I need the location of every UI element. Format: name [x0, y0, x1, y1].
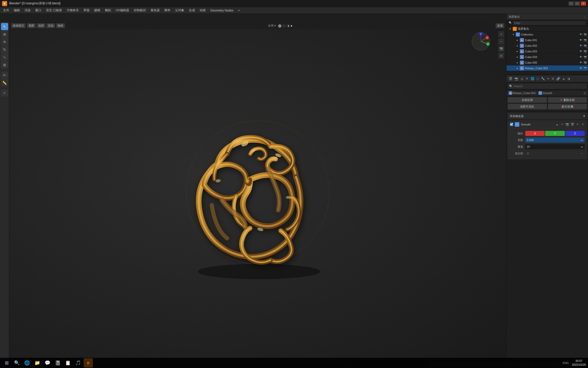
taskbar-app5[interactable]: 📋	[63, 358, 72, 367]
modifier-close-icon[interactable]: ✕	[581, 122, 585, 126]
taskbar-app6[interactable]: 🎵	[74, 358, 83, 367]
menu-object[interactable]: 方物有关	[65, 8, 81, 13]
factor-value[interactable]: 0.680 ◂▸	[525, 137, 585, 143]
taskbar-onenote[interactable]: 📓	[53, 358, 62, 367]
outliner-options[interactable]: ⋮	[583, 15, 586, 18]
menu-sculpt[interactable]: 雕刻	[103, 8, 113, 13]
outliner-cube005[interactable]: ▸ ▲ Cube.005 👁 📷	[507, 60, 588, 65]
annotate-tool[interactable]: ✏	[1, 72, 8, 79]
menu-interface[interactable]: 界面	[81, 8, 92, 13]
prop-icon-data[interactable]: ▲	[562, 77, 565, 80]
viewport-zoom-out[interactable]: −	[498, 38, 504, 44]
viewport-add-menu[interactable]: 添加	[46, 23, 55, 28]
taskbar-wechat[interactable]: 💬	[43, 358, 52, 367]
menu-render[interactable]: 渲染	[22, 8, 33, 13]
outliner-cube002[interactable]: ▸ ▲ Cube.002 👁 📷	[507, 43, 588, 49]
menu-modeling[interactable]: 建模	[92, 8, 102, 13]
viewport-icon-points[interactable]: ⬤	[278, 24, 282, 28]
viewport-mode-dropdown[interactable]: 体体模式	[11, 23, 26, 28]
menu-composite[interactable]: 合成	[187, 8, 197, 13]
menu-control[interactable]: 控制板控	[132, 8, 148, 13]
prop-search-input[interactable]	[514, 85, 585, 88]
close-button[interactable]: ✕	[581, 2, 586, 6]
cube005-render-icon[interactable]: 📷	[583, 61, 587, 64]
modifier-enabled-checkbox[interactable]	[510, 123, 513, 126]
viewport-view-menu[interactable]: 视图	[27, 23, 36, 28]
cube002-eye-icon[interactable]: 👁	[579, 44, 583, 48]
cube004-render-icon[interactable]: 📷	[583, 55, 587, 59]
show-visibility-button[interactable]: 花匣可见性	[508, 104, 547, 109]
taskbar-start-button[interactable]: ⊞	[2, 358, 11, 367]
prop-icon-physics[interactable]: ⚙	[552, 77, 554, 80]
prop-icon-modifier[interactable]: 🔧	[541, 77, 545, 80]
outliner-cube001[interactable]: ▸ ▲ Cube.001 👁 📷	[507, 37, 588, 43]
outliner-cube003[interactable]: ▸ ▲ Cube.003 👁 📷	[507, 49, 588, 54]
prop-icon-particles[interactable]: ✦	[547, 77, 549, 80]
cube001-eye-icon[interactable]: 👁	[579, 38, 583, 42]
show-render-button[interactable]: 显示/折叠	[548, 104, 587, 109]
menu-edit[interactable]: 编辑	[12, 8, 22, 13]
viewport-3d[interactable]: 体体模式 视图 选择 添加 物体 全局 ▾ ⬤ ◻ ◑ ● 选项	[9, 22, 506, 361]
repeat-value[interactable]: 20 ◂▸	[525, 144, 585, 149]
navigation-gizmo[interactable]: X Y Z	[471, 31, 491, 52]
prop-icon-render[interactable]: 📷	[514, 77, 518, 80]
prop-icon-scene[interactable]: 🎬	[509, 77, 512, 80]
menu-geometry-nodes[interactable]: Geometry Nodes	[208, 8, 236, 13]
menu-parent[interactable]: 父对象	[173, 8, 186, 13]
outliner-collection[interactable]: ▾ C Collection 👁 📷	[507, 32, 588, 37]
smooth-modifier-header[interactable]: ~ Smooth ▲ ✏ 📷 🎬 ▾ ✕	[508, 121, 587, 128]
prop-icon-constraints[interactable]: 🔗	[556, 77, 560, 80]
menu-language[interactable]: 语言 口输形	[44, 8, 64, 13]
modifier-dropdown-icon[interactable]: ▾	[575, 122, 580, 126]
axis-x-button[interactable]: X	[525, 131, 545, 136]
viewport-select-menu[interactable]: 选择	[37, 23, 45, 28]
viewport-object-menu[interactable]: 物体	[56, 23, 65, 28]
menu-animation[interactable]: 动画	[198, 8, 208, 13]
retopo-eye-icon[interactable]: 👁	[579, 66, 583, 70]
viewport-icon-material[interactable]: ◑	[287, 24, 289, 28]
menu-uv[interactable]: UV编辑器	[114, 8, 131, 13]
outliner-retopo-cube003[interactable]: ▸ ▲ Retopo_Cube.003 👁 📷	[507, 65, 588, 71]
viewport-icon-rendered[interactable]: ●	[290, 24, 292, 28]
minimize-button[interactable]: ─	[569, 2, 574, 6]
select-tool[interactable]: ↖	[1, 23, 8, 30]
viewport-zoom-in[interactable]: +	[498, 31, 504, 37]
taskbar-blender[interactable]: B	[84, 358, 93, 367]
outliner-cube004[interactable]: ▸ ▲ Cube.004 👁 📷	[507, 54, 588, 60]
cube003-eye-icon[interactable]: 👁	[579, 50, 583, 53]
axis-y-button[interactable]: Y	[545, 131, 565, 136]
taskbar-search[interactable]: 🔍	[12, 358, 21, 367]
eye-icon[interactable]: 👁	[579, 33, 583, 36]
prop-icon-view[interactable]: 👁	[525, 77, 529, 80]
cube001-render-icon[interactable]: 📷	[583, 38, 587, 42]
viewport-options[interactable]: 选项	[496, 23, 504, 28]
render-icon[interactable]: 📷	[583, 33, 587, 36]
scale-tool[interactable]: ⤡	[1, 54, 8, 61]
retopo-render-icon[interactable]: 📷	[583, 66, 587, 70]
outliner-scene-root[interactable]: ▾ S 场景集合	[507, 26, 588, 32]
menu-window[interactable]: 窗口	[33, 8, 43, 13]
cube003-render-icon[interactable]: 📷	[583, 50, 587, 53]
prop-path-obj[interactable]: ▲ Retopo_Cube.003	[509, 91, 535, 95]
transform-tool[interactable]: ⊞	[1, 61, 8, 68]
cube004-eye-icon[interactable]: 👁	[579, 55, 583, 59]
menu-add[interactable]: +	[236, 8, 242, 13]
taskbar-edge[interactable]: 🌐	[22, 358, 32, 367]
prop-icon-material[interactable]: ◑	[567, 77, 570, 80]
vertex-group-arrow[interactable]: →	[580, 152, 583, 155]
outliner-filter-input[interactable]	[513, 21, 586, 25]
vertex-group-value[interactable]: ⊞ →	[525, 151, 585, 156]
cursor-tool[interactable]: ⊕	[1, 31, 8, 38]
prop-path-expand[interactable]: ⊡	[584, 91, 586, 95]
prop-icon-world[interactable]: 🌐	[531, 77, 534, 80]
add-modifier-button[interactable]: 添加修改器 ▾	[508, 113, 587, 119]
prop-icon-object[interactable]: ⬡	[536, 77, 539, 80]
viewport-frame-all[interactable]: ⊡	[498, 53, 504, 59]
move-tool[interactable]: ✛	[1, 38, 8, 45]
menu-file[interactable]: 文件	[1, 8, 11, 13]
maximize-button[interactable]: □	[575, 2, 580, 6]
delete-all-button[interactable]: ✕ 删除全部	[548, 97, 587, 103]
add-tool[interactable]: +	[1, 89, 8, 97]
prop-icon-output[interactable]: 🖨	[520, 77, 523, 80]
prop-path-mod[interactable]: 🔧 Smooth	[538, 91, 552, 95]
